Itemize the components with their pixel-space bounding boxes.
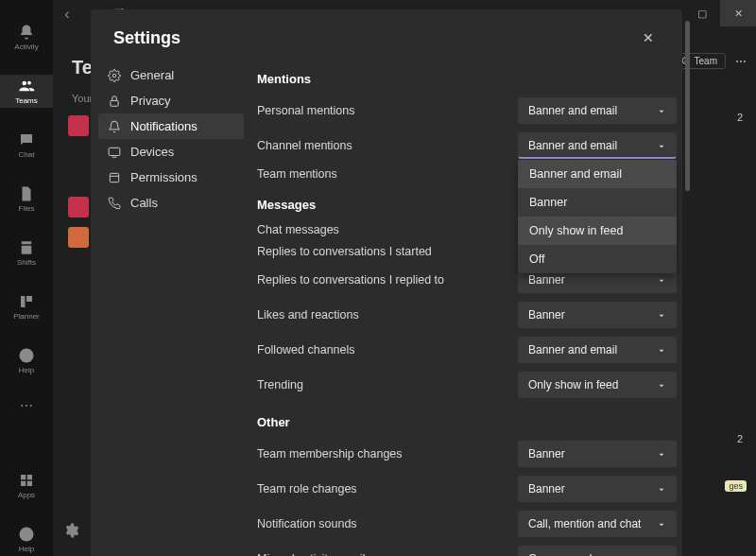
row-label: Channel mentions [257,139,518,152]
help-icon [18,347,35,364]
dropdown-value: Once every hour [528,552,612,556]
rail-help[interactable]: Help [0,344,53,377]
settings-gear-bg[interactable] [62,522,83,543]
apps-icon [18,472,35,489]
svg-rect-5 [109,148,120,155]
rail-files[interactable]: Files [0,182,53,216]
row-role: Team role changes Banner [257,476,677,502]
settings-nav-calls[interactable]: Calls [98,190,244,216]
help-icon [18,526,35,543]
row-label: Notification sounds [257,517,518,530]
lock-icon [108,95,121,108]
window-close-button[interactable]: ✕ [720,0,756,26]
status-pill: ges [725,480,747,492]
dropdown-membership[interactable]: Banner [518,441,677,467]
settings-nav-notifications[interactable]: Notifications [98,113,244,139]
bell-icon [18,24,35,41]
badge: 2 [737,112,743,123]
svg-point-0 [20,349,34,363]
dropdown-value: Banner [528,273,565,287]
nav-label: General [130,68,174,82]
nav-label: Calls [130,196,158,210]
page-subtitle: Your [72,93,93,104]
dropdown-trending[interactable]: Only show in feed [518,372,677,398]
files-icon [18,185,35,202]
row-sounds: Notification sounds Call, mention and ch… [257,511,677,537]
team-avatar[interactable] [68,115,89,136]
svg-rect-6 [110,173,118,182]
teams-icon [18,78,35,95]
gear-icon [108,69,121,82]
rail-label: Teams [15,96,38,105]
rail-label: Shifts [17,258,36,267]
svg-rect-4 [111,100,118,106]
settings-nav-general[interactable]: General [98,62,244,88]
row-label: Team membership changes [257,447,518,460]
left-rail: Activity Teams Chat Files Shifts Planner… [0,0,53,556]
rail-label: Help [19,366,34,374]
team-more[interactable]: ⋯ [735,55,747,68]
settings-nav-privacy[interactable]: Privacy [98,88,244,113]
chevron-down-icon [657,519,666,529]
dropdown-option[interactable]: Banner and email [518,160,677,188]
dropdown-option[interactable]: Off [518,245,677,273]
rail-help-bottom[interactable]: Help [0,523,53,556]
row-label: Chat messages [257,223,518,236]
rail-teams[interactable]: Teams [0,75,53,108]
settings-modal: Settings ✕ General Privacy Notifications [91,9,682,556]
row-label: Team role changes [257,482,518,495]
row-missed: Missed activity emails Once every hour [257,546,677,556]
row-label: Replies to conversations I replied to [257,273,518,287]
devices-icon [108,146,121,159]
settings-nav-devices[interactable]: Devices [98,139,244,165]
rail-more[interactable]: ⋯ [20,398,33,413]
badge: 2 [737,433,743,444]
planner-icon [18,293,35,310]
settings-content: Mentions Personal mentions Banner and em… [251,57,682,556]
nav-label: Notifications [130,119,198,133]
row-label: Personal mentions [257,104,518,117]
rail-label: Files [19,204,35,213]
svg-point-3 [112,74,116,78]
bell-icon [108,120,121,133]
dropdown-missed[interactable]: Once every hour [518,546,677,556]
chevron-down-icon [657,141,666,150]
team-avatar[interactable] [68,227,89,248]
dropdown-likes[interactable]: Banner [518,302,677,328]
chevron-down-icon [657,275,666,285]
dropdown-value: Banner and email [528,104,617,117]
chevron-down-icon [657,484,666,494]
nav-label: Permissions [130,170,198,184]
close-button[interactable]: ✕ [637,26,660,49]
rail-shifts[interactable]: Shifts [0,236,53,269]
dropdown-followed[interactable]: Banner and email [518,337,677,363]
shifts-icon [18,239,35,256]
dropdown-option[interactable]: Banner [518,188,677,217]
settings-nav-permissions[interactable]: Permissions [98,165,244,190]
row-personal-mentions: Personal mentions Banner and email [257,97,677,124]
dropdown-option[interactable]: Only show in feed [518,217,677,245]
dropdown-value: Call, mention and chat [528,517,641,530]
section-other: Other [257,415,677,429]
rail-planner[interactable]: Planner [0,290,53,323]
row-label: Replies to conversations I started [257,245,518,258]
settings-nav: General Privacy Notifications Devices Pe… [91,57,251,556]
rail-apps[interactable]: Apps [0,469,53,502]
row-label: Trending [257,378,518,391]
dropdown-channel-mentions[interactable]: Banner and email [518,132,677,159]
team-avatar[interactable] [68,197,89,217]
rail-label: Apps [18,491,35,499]
rail-label: Activity [14,43,38,51]
rail-chat[interactable]: Chat [0,129,53,162]
chevron-down-icon [657,106,666,115]
rail-activity[interactable]: Activity [0,21,53,54]
dropdown-sounds[interactable]: Call, mention and chat [518,511,677,537]
nav-back[interactable]: ‹ [57,4,77,25]
dropdown-value: Only show in feed [528,378,618,391]
row-label: Team mentions [257,167,518,181]
dropdown-role[interactable]: Banner [518,476,677,502]
dropdown-value: Banner [528,447,565,460]
modal-title: Settings [113,28,180,48]
dropdown-personal-mentions[interactable]: Banner and email [518,97,677,124]
scrollbar[interactable] [685,21,690,191]
